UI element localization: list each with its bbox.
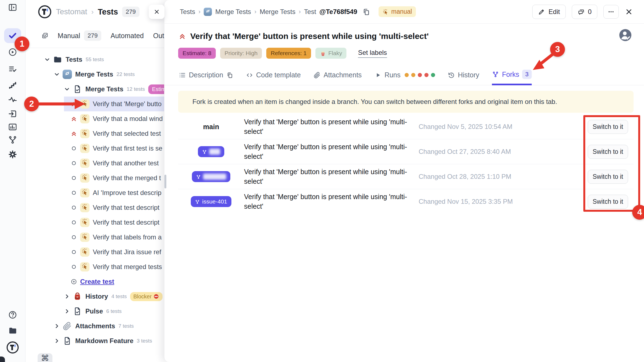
estimate-chip[interactable]: Estimate: 8 bbox=[178, 48, 216, 59]
tree-item-test[interactable]: Verify that selected test bbox=[26, 126, 164, 141]
pulse-icon[interactable] bbox=[8, 95, 17, 104]
create-test-link[interactable]: Create test bbox=[26, 274, 164, 289]
chevron-down-icon[interactable] bbox=[63, 86, 71, 93]
collapse-tree-button[interactable] bbox=[149, 5, 164, 19]
merge-suite-icon bbox=[63, 70, 72, 79]
tree-item-test[interactable]: AI 'Improve test descrip bbox=[26, 185, 164, 200]
branches-icon[interactable] bbox=[8, 135, 17, 145]
plus-circle-icon bbox=[70, 278, 77, 285]
chevron-right-icon[interactable] bbox=[63, 308, 71, 315]
set-labels-link[interactable]: Set labels bbox=[358, 49, 387, 58]
tab-manual-count: 279 bbox=[84, 30, 101, 41]
tree-header: Testomat › Tests 279 bbox=[26, 0, 164, 24]
detail-tabs: Description Code template Attachments Ru… bbox=[164, 70, 644, 85]
close-icon[interactable] bbox=[625, 8, 633, 16]
cursor-icon bbox=[81, 203, 89, 212]
ellipsis-icon bbox=[607, 8, 615, 15]
chevron-right-icon[interactable] bbox=[53, 323, 60, 330]
tab-history[interactable]: History bbox=[448, 71, 479, 85]
chevron-right-icon[interactable] bbox=[53, 337, 60, 344]
tree-item-pulse[interactable]: Pulse 6 tests bbox=[26, 304, 164, 319]
priority-normal-icon bbox=[70, 189, 77, 196]
copy-id-icon[interactable] bbox=[362, 8, 370, 16]
cursor-icon bbox=[81, 248, 89, 257]
chevron-down-icon[interactable] bbox=[44, 56, 51, 63]
tests-tree: Tests 55 tests Merge Tests 22 tests Merg… bbox=[26, 48, 164, 348]
tree-item-tests[interactable]: Tests 55 tests bbox=[26, 52, 164, 67]
cursor-icon bbox=[382, 9, 389, 15]
tree-item-label: Markdown Feature bbox=[75, 337, 133, 345]
tab-code-template[interactable]: Code template bbox=[246, 71, 301, 85]
tab-forks-active[interactable]: Forks 3 bbox=[492, 70, 532, 85]
tree-tabs: Manual 279 Automated Out bbox=[26, 24, 164, 48]
breadcrumb-root[interactable]: Tests bbox=[180, 8, 195, 16]
tab-attachments[interactable]: Attachments bbox=[313, 71, 362, 85]
project-name[interactable]: Testomat bbox=[56, 7, 87, 16]
tree-item-test[interactable]: Verify that Jira issue ref bbox=[26, 245, 164, 259]
settings-icon[interactable] bbox=[8, 150, 17, 159]
help-icon[interactable] bbox=[8, 310, 17, 319]
cursor-icon bbox=[81, 262, 89, 272]
tree-item-test[interactable]: Verify that test descript bbox=[26, 215, 164, 230]
steps-icon[interactable] bbox=[8, 81, 17, 90]
tests-tree-panel: Testomat › Tests 279 Manual 279 Automate… bbox=[26, 0, 164, 362]
paperclip-icon bbox=[63, 321, 72, 331]
tree-item-test[interactable]: Verify that another test bbox=[26, 156, 164, 171]
tree-item-label: AI 'Improve test descrip bbox=[93, 189, 161, 197]
more-actions-button[interactable] bbox=[603, 5, 619, 19]
project-logo-icon[interactable] bbox=[38, 5, 52, 19]
analytics-icon[interactable] bbox=[8, 122, 17, 132]
tree-item-test[interactable]: Verify that merged tests bbox=[26, 259, 164, 274]
tree-item-test[interactable]: Verify that test descript bbox=[26, 200, 164, 215]
copy-icon[interactable] bbox=[226, 72, 233, 79]
tab-manual[interactable]: Manual 279 bbox=[58, 30, 101, 41]
test-plans-icon[interactable] bbox=[8, 64, 17, 74]
tree-item-label: Verify that 'Merge' butto bbox=[93, 100, 162, 108]
test-title: Verify that 'Merge' button is present wh… bbox=[190, 31, 429, 42]
tab-description[interactable]: Description bbox=[179, 71, 233, 85]
import-icon[interactable] bbox=[8, 109, 17, 118]
runs-icon[interactable] bbox=[8, 47, 17, 57]
projects-icon[interactable] bbox=[8, 326, 17, 335]
refresh-arrows-icon bbox=[205, 8, 211, 16]
tree-item-test[interactable]: Verify that the merged t bbox=[26, 171, 164, 185]
fork-icon bbox=[202, 149, 207, 154]
document-check-icon bbox=[73, 307, 82, 316]
edit-button[interactable]: Edit bbox=[532, 5, 565, 19]
comment-bubble-icon bbox=[578, 8, 585, 15]
annotation-badge-2: 2 bbox=[24, 97, 39, 111]
comments-button[interactable]: 0 bbox=[572, 5, 597, 19]
chevron-right-icon[interactable] bbox=[63, 293, 71, 300]
tree-item-test[interactable]: Verify that first test is se bbox=[26, 141, 164, 156]
priority-chip[interactable]: Priority: High bbox=[220, 48, 262, 59]
header-actions: Edit 0 bbox=[532, 5, 633, 19]
tree-item-test[interactable]: Verify that labels from a bbox=[26, 230, 164, 245]
tree-item-markdown-feature[interactable]: Markdown Feature 3 tests bbox=[26, 333, 164, 348]
assignee-avatar[interactable] bbox=[619, 29, 632, 42]
tab-outdated[interactable]: Out bbox=[153, 32, 164, 40]
command-shortcut-button[interactable]: ⌘ bbox=[38, 353, 52, 362]
redacted-branch-name bbox=[203, 174, 226, 180]
tree-item-test[interactable]: Verify that a modal wind bbox=[26, 111, 164, 126]
tree-item-merge-tests-sub[interactable]: Merge Tests 12 tests Estima bbox=[26, 82, 164, 97]
cursor-icon bbox=[81, 114, 89, 123]
tree-item-label: Verify that test descript bbox=[93, 219, 159, 226]
references-chip[interactable]: References: 1 bbox=[266, 48, 311, 59]
tab-automated[interactable]: Automated bbox=[111, 32, 144, 40]
flaky-chip[interactable]: Flaky bbox=[315, 48, 346, 59]
breadcrumb-subsuite[interactable]: Merge Tests bbox=[260, 8, 295, 16]
priority-high-icon bbox=[70, 130, 77, 137]
tab-description-label: Description bbox=[189, 71, 223, 79]
tree-scrollbar-thumb[interactable] bbox=[164, 175, 166, 188]
tab-runs[interactable]: Runs bbox=[374, 71, 435, 85]
testomat-logo-icon[interactable] bbox=[6, 341, 19, 354]
chevron-down-icon[interactable] bbox=[53, 71, 60, 78]
breadcrumb-suite[interactable]: Merge Tests bbox=[215, 8, 251, 16]
fork-test-name: Verify that 'Merge' button is present wh… bbox=[244, 192, 414, 211]
sidebar-toggle-icon[interactable] bbox=[8, 3, 17, 12]
tree-item-attachments[interactable]: Attachments 7 tests bbox=[26, 319, 164, 333]
manual-test-icon bbox=[80, 262, 89, 272]
tree-item-history[interactable]: History 4 tests Blocker bbox=[26, 289, 164, 304]
manual-test-icon bbox=[80, 159, 89, 168]
tree-item-merge-tests[interactable]: Merge Tests 22 tests bbox=[26, 67, 164, 82]
